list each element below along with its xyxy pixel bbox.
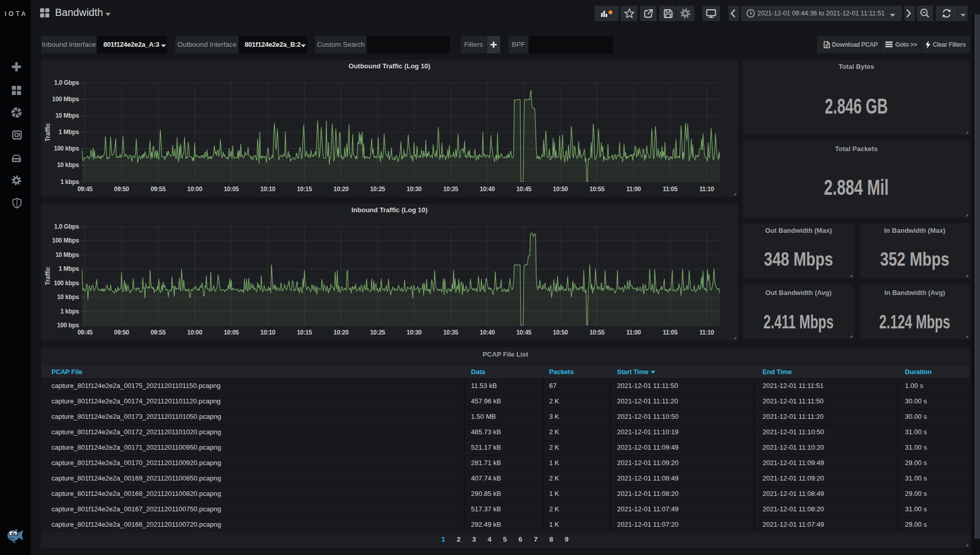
- svg-text:11:10: 11:10: [699, 186, 714, 193]
- svg-text:09:50: 09:50: [114, 186, 130, 193]
- svg-text:100 kbps: 100 kbps: [54, 145, 80, 152]
- svg-text:10:15: 10:15: [297, 329, 312, 336]
- svg-text:10:10: 10:10: [260, 186, 276, 193]
- svg-text:10:30: 10:30: [407, 186, 422, 193]
- svg-text:11:05: 11:05: [663, 329, 678, 336]
- svg-text:Inbound Traffic (Log 10): Inbound Traffic (Log 10): [351, 206, 427, 214]
- svg-text:10:05: 10:05: [224, 329, 239, 336]
- svg-text:10:45: 10:45: [516, 186, 532, 193]
- svg-text:100 bps: 100 bps: [57, 322, 79, 329]
- svg-text:10:40: 10:40: [480, 329, 495, 336]
- svg-text:09:50: 09:50: [114, 329, 130, 336]
- svg-text:11:10: 11:10: [699, 329, 714, 336]
- svg-text:100 Mbps: 100 Mbps: [52, 237, 79, 244]
- svg-text:1 Mbps: 1 Mbps: [59, 128, 79, 136]
- svg-text:10 Mbps: 10 Mbps: [56, 251, 80, 258]
- svg-text:10:35: 10:35: [443, 329, 459, 336]
- svg-text:1.0 Gbps: 1.0 Gbps: [54, 223, 79, 230]
- svg-text:10:10: 10:10: [260, 329, 276, 336]
- svg-text:Traffic: Traffic: [44, 267, 51, 285]
- svg-text:1.0 Gbps: 1.0 Gbps: [54, 79, 79, 86]
- svg-text:09:45: 09:45: [78, 329, 93, 336]
- svg-text:10:20: 10:20: [334, 329, 349, 336]
- svg-text:Outbound Traffic (Log 10): Outbound Traffic (Log 10): [349, 62, 430, 70]
- svg-text:09:55: 09:55: [151, 186, 166, 193]
- svg-text:10:20: 10:20: [334, 186, 349, 193]
- svg-text:10 kbps: 10 kbps: [57, 293, 79, 301]
- svg-text:10 Mbps: 10 Mbps: [56, 112, 80, 119]
- svg-text:11:00: 11:00: [626, 329, 641, 336]
- svg-text:10:00: 10:00: [187, 329, 203, 336]
- svg-text:10:25: 10:25: [370, 186, 386, 193]
- svg-text:10:50: 10:50: [553, 329, 568, 336]
- svg-text:100 Mbps: 100 Mbps: [52, 96, 79, 103]
- svg-text:09:45: 09:45: [78, 186, 93, 193]
- svg-text:10:55: 10:55: [589, 186, 605, 193]
- svg-text:10:05: 10:05: [224, 186, 239, 193]
- svg-text:09:55: 09:55: [151, 329, 166, 336]
- svg-text:1 kbps: 1 kbps: [60, 308, 79, 315]
- svg-text:10:55: 10:55: [589, 329, 605, 336]
- svg-text:10:30: 10:30: [407, 329, 422, 336]
- svg-text:10:00: 10:00: [187, 186, 203, 193]
- svg-text:10 kbps: 10 kbps: [57, 161, 79, 169]
- svg-text:11:00: 11:00: [626, 186, 641, 193]
- svg-text:10:50: 10:50: [553, 186, 568, 193]
- svg-text:10:45: 10:45: [516, 329, 532, 336]
- svg-text:10:25: 10:25: [370, 329, 386, 336]
- svg-text:1 kbps: 1 kbps: [60, 178, 79, 186]
- svg-text:10:35: 10:35: [443, 186, 459, 193]
- svg-text:11:05: 11:05: [663, 186, 678, 193]
- svg-text:10:40: 10:40: [480, 186, 495, 193]
- svg-text:100 kbps: 100 kbps: [54, 280, 80, 287]
- svg-text:10:15: 10:15: [297, 186, 312, 193]
- svg-text:1 Mbps: 1 Mbps: [59, 265, 79, 272]
- svg-text:Traffic: Traffic: [44, 123, 51, 141]
